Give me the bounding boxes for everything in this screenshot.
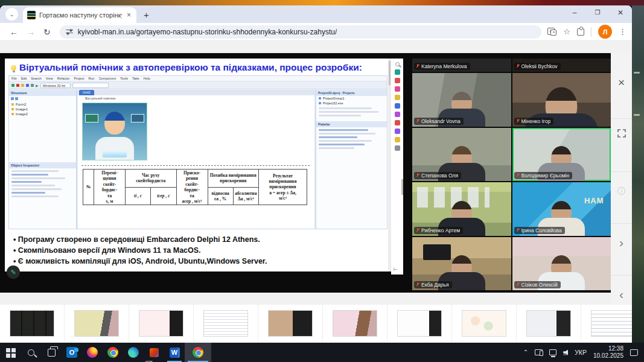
site-favicon-icon — [27, 11, 36, 19]
close-button[interactable]: ✕ — [609, 5, 632, 21]
annotation-tool-icon — [395, 103, 400, 109]
tab-search-button[interactable]: ⌄ — [5, 8, 18, 21]
extensions-icon[interactable] — [577, 28, 584, 36]
gallery-thumbnail[interactable] — [323, 305, 387, 342]
screen: ⌄ Гортаємо наступну сторінку ш... × + – … — [0, 0, 644, 362]
participant-tile: Степанова Оля — [412, 128, 511, 182]
taskbar-app-button[interactable] — [82, 343, 103, 362]
tray-chevron-icon[interactable]: ⌃ — [523, 349, 528, 355]
lightbox-next-icon[interactable]: › — [611, 235, 632, 250]
address-bar[interactable]: kyivobl-man.in.ua/gortayemo-nastupnu-sto… — [60, 25, 542, 39]
gallery-thumbnail[interactable] — [387, 305, 452, 342]
browser-menu-icon[interactable]: ⋮ — [619, 27, 626, 36]
taskbar-app-button[interactable] — [21, 343, 41, 362]
desktop-icon-label — [634, 72, 640, 74]
volume-group[interactable]: ))) — [563, 350, 568, 355]
url-text[interactable]: kyivobl-man.in.ua/gortayemo-nastupnu-sto… — [78, 28, 337, 36]
reload-button[interactable]: ↻ — [43, 27, 51, 37]
new-tab-button[interactable]: + — [144, 10, 149, 20]
clock[interactable]: 12:38 10.02.2025 — [593, 345, 623, 360]
gallery-thumbnail[interactable] — [517, 305, 581, 342]
ide-unit-tab: Unit2 — [79, 90, 94, 95]
lightbox-previous-icon[interactable]: ‹ — [611, 287, 632, 302]
slide-bullet: Програму створено в середовищі Embarcade… — [13, 235, 386, 246]
site-settings-icon[interactable] — [66, 28, 73, 36]
gallery-thumbnail[interactable] — [581, 305, 632, 342]
back-button[interactable]: ← — [10, 27, 18, 37]
structure-tree-item: Form2 — [16, 103, 26, 106]
gallery-thumbnail[interactable] — [258, 305, 323, 342]
taskbar-app-button[interactable] — [0, 343, 21, 362]
taskbar-app-button[interactable] — [41, 343, 62, 362]
app-icon: W — [170, 348, 180, 358]
projects-tree-item: Project32.exe — [323, 101, 343, 105]
annotation-tool-icon — [395, 129, 400, 134]
app-icon — [48, 349, 56, 357]
projects-panel-title: Project32.dproj - Projects — [316, 90, 387, 96]
toolbar-right: ☆ Л ⋮ — [547, 25, 626, 39]
participant-tile: Oleksandr Vovna — [412, 73, 511, 127]
tray-date: 10.02.2025 — [593, 352, 623, 360]
ide-menu-item: View — [46, 77, 53, 80]
participant-tile: Володимир Єрьомін — [512, 128, 611, 182]
profile-avatar[interactable]: Л — [598, 25, 612, 39]
gallery-thumbnail[interactable] — [194, 305, 258, 342]
annotate-pencil-button[interactable]: ✎ — [7, 265, 20, 279]
app-icon — [107, 347, 118, 358]
taskbar-app-button[interactable] — [123, 343, 144, 362]
gallery-thumbnail[interactable] — [0, 305, 65, 342]
participant-tile: Сізіков Олексій — [512, 237, 611, 291]
language-indicator[interactable]: УКР — [575, 349, 587, 356]
ide-menu-bar: FileEditSearchViewRefactorProjectRunComp… — [9, 76, 387, 81]
annotation-scrollbar — [401, 179, 403, 195]
windows-taskbar: O — [0, 343, 644, 362]
annotation-tool-icon — [395, 86, 400, 92]
gallery-thumbnail[interactable] — [452, 305, 517, 342]
delphi-ide-screenshot: FileEditSearchViewRefactorProjectRunComp… — [8, 75, 387, 229]
maximize-button[interactable]: ❐ — [586, 5, 609, 21]
participant-name: Kateryna Merkulova — [421, 63, 467, 69]
structure-tree: Form2 Image1 Image2 — [9, 101, 76, 162]
ide-menu-item: Refactor — [57, 77, 70, 80]
gallery-thumbnail[interactable] — [129, 305, 194, 342]
app-icon — [193, 347, 203, 358]
taskbar-app-button[interactable] — [103, 343, 123, 362]
your-phone-icon[interactable] — [535, 349, 543, 355]
network-icon[interactable] — [549, 349, 556, 355]
ide-toolbar: ▶ Windows 32-bit — [9, 81, 387, 89]
mic-muted-icon — [416, 228, 419, 233]
participant-name: Рибченко Артем — [421, 227, 460, 233]
tab-close-icon[interactable]: × — [126, 11, 132, 19]
taskbar-app-button[interactable]: W — [164, 343, 185, 362]
tray-time: 12:38 — [593, 345, 623, 353]
lightbulb-icon — [11, 65, 16, 71]
form-caption: Віртуальний помічник — [85, 97, 115, 100]
participant-name: Екба Дарья — [421, 282, 449, 288]
action-center-icon[interactable] — [630, 349, 638, 356]
mic-muted-icon — [416, 64, 419, 69]
participant-name: Степанова Оля — [421, 173, 458, 179]
taskbar-app-button[interactable] — [185, 343, 211, 362]
bookmark-star-icon[interactable]: ☆ — [563, 27, 570, 36]
participant-nametag: Ірина Соловйова — [514, 227, 565, 234]
ide-form-designer: Unit2 Віртуальний помічник — [77, 90, 316, 229]
form-icon — [80, 97, 83, 100]
minimize-button[interactable]: – — [563, 5, 586, 21]
active-tab[interactable]: Гортаємо наступну сторінку ш... × — [23, 7, 136, 23]
lightbox-fullscreen-icon[interactable] — [611, 129, 632, 140]
ide-toolbar-icon — [11, 84, 14, 87]
forward-button[interactable]: → — [27, 27, 35, 37]
slide-title: Віртуальний помічник з автоперевіркою та… — [19, 62, 362, 73]
desktop-wallpaper-right — [632, 5, 644, 343]
participant-tile: Екба Дарья — [412, 237, 511, 291]
taskbar-app-button[interactable]: O — [62, 343, 82, 362]
lightbox-close-icon[interactable]: × — [611, 76, 632, 89]
lightbox-info-icon[interactable]: i — [611, 185, 632, 195]
palette-panel-title: Palette — [316, 121, 387, 127]
annotation-toolbar: ⊢ — [391, 59, 403, 275]
gallery-thumbnail[interactable] — [65, 305, 129, 342]
translate-icon[interactable] — [547, 28, 556, 36]
participant-name: Міненко Ігор — [521, 118, 551, 124]
annotation-tool-icon — [395, 137, 400, 142]
taskbar-app-button[interactable]: M365 — [144, 343, 164, 362]
